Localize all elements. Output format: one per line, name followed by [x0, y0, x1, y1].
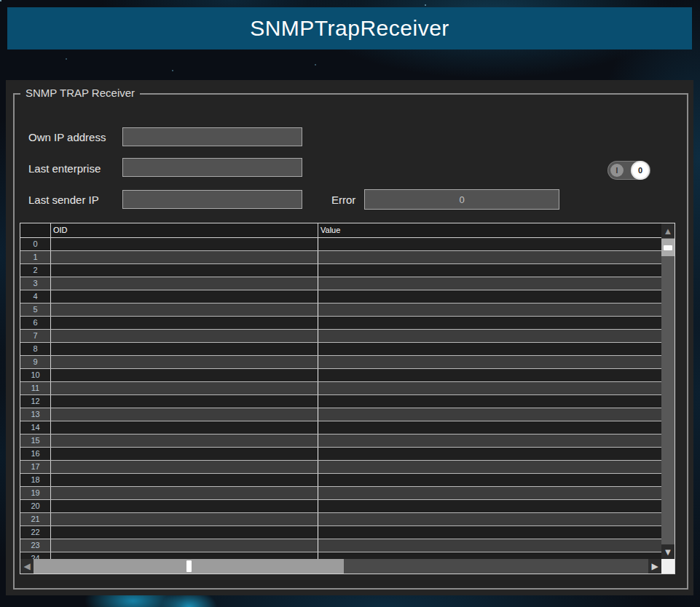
- value-cell[interactable]: [318, 343, 661, 355]
- table-row[interactable]: 18: [20, 474, 661, 487]
- value-cell[interactable]: [318, 421, 661, 434]
- oid-cell[interactable]: [51, 435, 318, 447]
- table-row[interactable]: 10: [20, 369, 661, 382]
- horizontal-scroll-thumb[interactable]: [34, 559, 344, 574]
- table-row[interactable]: 19: [20, 487, 661, 500]
- row-index-cell[interactable]: 15: [20, 435, 51, 447]
- table-row[interactable]: 12: [20, 395, 661, 408]
- oid-cell[interactable]: [51, 421, 318, 434]
- row-index-cell[interactable]: 10: [20, 369, 51, 381]
- oid-cell[interactable]: [51, 382, 318, 394]
- oid-cell[interactable]: [51, 356, 318, 368]
- value-cell[interactable]: [318, 513, 661, 525]
- toggle-off-icon[interactable]: 0: [632, 162, 648, 178]
- value-cell[interactable]: [318, 304, 661, 316]
- scroll-left-icon[interactable]: ◀: [20, 559, 34, 574]
- table-row[interactable]: 23: [20, 539, 661, 552]
- value-cell[interactable]: [318, 395, 661, 408]
- oid-cell[interactable]: [51, 408, 318, 421]
- power-toggle[interactable]: I 0: [608, 162, 650, 179]
- oid-cell[interactable]: [51, 448, 318, 460]
- header-value[interactable]: Value: [318, 223, 661, 237]
- row-index-cell[interactable]: 8: [20, 343, 51, 355]
- scroll-up-icon[interactable]: ▲: [661, 223, 675, 238]
- row-index-cell[interactable]: 9: [20, 356, 51, 368]
- table-row[interactable]: 11: [20, 382, 661, 395]
- table-row[interactable]: 17: [20, 461, 661, 474]
- value-cell[interactable]: [318, 369, 661, 381]
- value-cell[interactable]: [318, 330, 661, 342]
- oid-cell[interactable]: [51, 526, 318, 539]
- vertical-scrollbar[interactable]: ▲ ▼: [661, 223, 675, 559]
- table-row[interactable]: 2: [20, 264, 661, 277]
- oid-cell[interactable]: [51, 277, 318, 290]
- value-cell[interactable]: [318, 382, 661, 394]
- table-row[interactable]: 4: [20, 290, 661, 304]
- table-row[interactable]: 3: [20, 277, 661, 290]
- row-index-cell[interactable]: 12: [20, 395, 51, 408]
- row-index-cell[interactable]: 2: [20, 264, 51, 277]
- value-cell[interactable]: [318, 539, 661, 552]
- oid-cell[interactable]: [51, 304, 318, 316]
- header-oid[interactable]: OID: [51, 223, 318, 237]
- last-enterprise-field[interactable]: [122, 158, 302, 177]
- oid-cell[interactable]: [51, 251, 318, 263]
- value-cell[interactable]: [318, 552, 661, 559]
- table-row[interactable]: 15: [20, 435, 661, 448]
- value-cell[interactable]: [318, 317, 661, 329]
- table-row[interactable]: 5: [20, 304, 661, 317]
- oid-cell[interactable]: [51, 513, 318, 525]
- oid-cell[interactable]: [51, 343, 318, 355]
- oid-cell[interactable]: [51, 317, 318, 329]
- toggle-on-icon[interactable]: I: [610, 164, 624, 177]
- oid-cell[interactable]: [51, 539, 318, 552]
- value-cell[interactable]: [318, 238, 661, 250]
- row-index-cell[interactable]: 17: [20, 461, 51, 473]
- row-index-cell[interactable]: 16: [20, 448, 51, 460]
- value-cell[interactable]: [318, 500, 661, 512]
- table-row[interactable]: 1: [20, 251, 661, 264]
- row-index-cell[interactable]: 1: [20, 251, 51, 263]
- table-row[interactable]: 22: [20, 526, 661, 539]
- row-index-cell[interactable]: 20: [20, 500, 51, 512]
- oid-cell[interactable]: [51, 330, 318, 342]
- value-cell[interactable]: [318, 408, 661, 421]
- table-row[interactable]: 13: [20, 408, 661, 421]
- oid-cell[interactable]: [51, 461, 318, 473]
- table-row[interactable]: 8: [20, 343, 661, 356]
- last-sender-ip-field[interactable]: [122, 190, 302, 209]
- row-index-cell[interactable]: 18: [20, 474, 51, 486]
- table-row[interactable]: 21: [20, 513, 661, 526]
- row-index-cell[interactable]: 21: [20, 513, 51, 525]
- row-index-cell[interactable]: 19: [20, 487, 51, 499]
- table-row[interactable]: 7: [20, 330, 661, 343]
- row-index-cell[interactable]: 22: [20, 526, 51, 539]
- value-cell[interactable]: [318, 526, 661, 539]
- oid-cell[interactable]: [51, 369, 318, 381]
- row-index-cell[interactable]: 4: [20, 290, 51, 303]
- oid-cell[interactable]: [51, 487, 318, 499]
- own-ip-field[interactable]: [122, 127, 302, 146]
- value-cell[interactable]: [318, 264, 661, 277]
- table-row[interactable]: 0: [20, 238, 661, 251]
- oid-cell[interactable]: [51, 264, 318, 277]
- value-cell[interactable]: [318, 290, 661, 303]
- row-index-cell[interactable]: 5: [20, 304, 51, 316]
- row-index-cell[interactable]: 13: [20, 408, 51, 421]
- value-cell[interactable]: [318, 356, 661, 368]
- row-index-cell[interactable]: 24: [20, 552, 51, 559]
- table-row[interactable]: 14: [20, 421, 661, 435]
- value-cell[interactable]: [318, 277, 661, 290]
- vertical-scroll-thumb[interactable]: [661, 239, 675, 256]
- value-cell[interactable]: [318, 461, 661, 473]
- oid-cell[interactable]: [51, 474, 318, 486]
- value-cell[interactable]: [318, 474, 661, 486]
- scroll-right-icon[interactable]: ▶: [648, 559, 661, 574]
- row-index-cell[interactable]: 3: [20, 277, 51, 290]
- scroll-down-icon[interactable]: ▼: [661, 544, 675, 559]
- table-row[interactable]: 9: [20, 356, 661, 369]
- value-cell[interactable]: [318, 251, 661, 263]
- row-index-cell[interactable]: 23: [20, 539, 51, 552]
- table-row[interactable]: 24: [20, 552, 661, 559]
- oid-cell[interactable]: [51, 290, 318, 303]
